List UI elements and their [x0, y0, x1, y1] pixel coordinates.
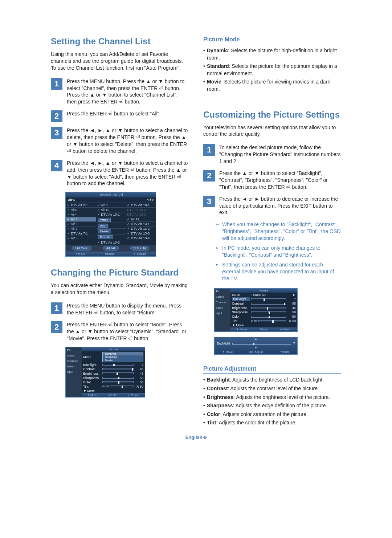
intro-picture-standard: You can activate either Dynamic, Standar…	[51, 282, 189, 296]
side-setup: Setup	[66, 364, 82, 369]
step-4: 4 Press the ◄, ►, ▲ or ▼ button to selec…	[51, 160, 189, 187]
row-value: 50	[135, 376, 143, 380]
side-input: Input	[215, 310, 230, 316]
arrow-up-icon: ▲	[215, 337, 297, 341]
row-slider	[251, 307, 286, 309]
mode-label: Mode	[232, 293, 250, 297]
osd-grid: ✓ DTV Air 2-1✓ Air3✓ Air4✓ Air 5✓ Air 6✓…	[66, 203, 156, 245]
move-label: ✦Move	[75, 252, 85, 256]
step-number: 2	[203, 170, 215, 182]
row-slider	[251, 303, 286, 305]
side-sound: Sound	[66, 353, 82, 358]
channel-cell: Favorite	[96, 234, 126, 240]
note-arrow-icon: ➣	[215, 245, 219, 258]
step-number: 1	[51, 78, 62, 90]
osd-picture-row: Backlight7	[82, 363, 145, 367]
mode-dropdown: Dynamic Standard Movie	[102, 352, 143, 362]
picture-adjustment-list: Backlight: Adjusts the brightness of LCD…	[203, 376, 341, 427]
osd-picture-row: Contrast95	[82, 367, 145, 371]
heading-customizing: Customizing the Picture Settings	[203, 110, 341, 120]
osd-pic-footer: ✦ Move ⏎Enter ↩Return	[230, 327, 297, 331]
step-1-pic: 1 Press the MENU button to display the m…	[51, 302, 189, 316]
page-number: English-9	[0, 435, 392, 440]
step-number: 2	[51, 321, 62, 333]
osd-picture-row: Sharpness50	[82, 376, 145, 380]
osd-picture-row: TintG 50R 50	[230, 319, 297, 323]
row-label: Sharpness	[232, 310, 250, 314]
row-label: Contrast	[83, 367, 101, 371]
right-column: Picture Mode Dynamic: Selects the pictur…	[203, 36, 341, 432]
channel-cell: ✓ Air 7	[66, 226, 96, 231]
more-label: ▼ More	[83, 389, 101, 393]
adjust: ◄► Adjust	[248, 350, 263, 354]
list-mode-button: List Mode	[72, 246, 91, 250]
row-value: 95	[135, 367, 143, 371]
left-column: Setting the Channel List Using this menu…	[51, 36, 189, 432]
step-text: Press the ENTER ⏎ button to select "Mode…	[67, 321, 189, 342]
note-item: ➣When you make changes to "Backlight", "…	[215, 221, 341, 242]
channel-cell: DTV Air 10-2	[126, 207, 156, 212]
row-value: R 50	[135, 385, 143, 388]
channel-cell: DTV Air 10-3	[126, 212, 156, 217]
channel-cell: ✓ DTV Air 7-1	[66, 231, 96, 236]
return: ↩Return	[280, 328, 291, 331]
osd-small-footer: ✦ Move ◄► Adjust ↩Return	[215, 350, 297, 354]
row-label: Color	[232, 315, 250, 318]
side-sound: Sound	[215, 294, 230, 299]
add-all-button: Add All	[103, 246, 119, 250]
delete-all-button: Delete All	[130, 246, 149, 250]
step-2c: 2 Press the ▲ or ▼ button to select "Bac…	[203, 170, 341, 191]
step-1: 1 Press the MENU button. Press the ▲ or …	[51, 78, 189, 106]
channel-cell: ✓ DTV Air 2-1	[66, 203, 96, 207]
osd-pic-footer: ✦ Move ⏎Enter ↩Return	[82, 393, 145, 397]
step-text: Press the ◄, ►, ▲ or ▼ button to select …	[67, 127, 189, 155]
osd-pic-title: Picture	[230, 289, 297, 293]
osd-subheader: Air 5 1 / 2	[66, 197, 156, 203]
channel-cell: ✓ Air 10	[96, 207, 126, 212]
osd-picture-row: Sharpness50	[230, 310, 297, 314]
osd-picture-left: TV Sound Channel Setup Input Picture Mod…	[65, 347, 145, 398]
heading-picture-standard: Changing the Picture Standard	[51, 268, 189, 278]
osd-backlight-bar: ▲ Backlight 7 ▼ ✦ Move ◄► Adjust ↩Return	[214, 337, 298, 355]
note-item: ➣In PC mode, you can only make changes t…	[215, 245, 341, 258]
row-label: Color	[83, 380, 101, 384]
enter: ⏎Enter	[108, 394, 118, 397]
row-slider	[102, 377, 134, 379]
channel-cell: Delete	[96, 228, 126, 234]
step-text: Press the MENU button. Press the ▲ or ▼ …	[67, 78, 189, 106]
row-label: Brightness	[232, 306, 250, 310]
row-slider	[102, 368, 134, 370]
step-text: Press the ▲ or ▼ button to select "Backl…	[219, 170, 341, 191]
enter-label: ⏎Enter	[105, 252, 114, 256]
channel-cell: ✓ Air3	[66, 207, 96, 212]
arrow-right-icon: ►	[293, 293, 296, 297]
row-value: 45	[287, 306, 296, 310]
move: ✦ Move	[222, 350, 233, 354]
row-label: Sharpness	[83, 376, 101, 380]
row-label: Brightness	[83, 372, 101, 375]
osd-tv: TV	[215, 289, 230, 294]
side-setup: Setup	[215, 305, 230, 310]
channel-cell: ✓ DTV Air 10-1	[96, 212, 126, 217]
osd-picture-row: Backlight7	[230, 297, 297, 301]
return: ↩Return	[128, 394, 139, 397]
step-number: 3	[203, 196, 215, 207]
row-value: 50	[287, 315, 296, 318]
return: ↩Return	[278, 350, 290, 354]
step-number: 3	[51, 127, 62, 139]
channel-cell: ✓ Air 8	[66, 236, 96, 240]
step-number: 2	[51, 110, 62, 122]
row-label: Contrast	[232, 302, 250, 305]
channel-cell: ✓ DTV Air 13-1	[126, 221, 156, 226]
osd-air: Air 5	[68, 198, 75, 202]
move: ✦ Move	[87, 394, 98, 397]
channel-cell: ✓ DTV Air 10-3	[96, 240, 126, 245]
list-item: Tint: Adjusts the color tint of the pict…	[203, 419, 341, 427]
list-item: Contrast: Adjusts the contrast level of …	[203, 385, 341, 392]
channel-cell: Watch	[96, 217, 126, 223]
osd-sidebar: TV Sound Channel Setup Input	[66, 347, 82, 397]
channel-cell: ✓ DTV Air 13-4	[126, 236, 156, 240]
row-label: Tint	[83, 385, 101, 388]
row-slider	[102, 381, 134, 383]
row-value: 95	[287, 302, 296, 305]
